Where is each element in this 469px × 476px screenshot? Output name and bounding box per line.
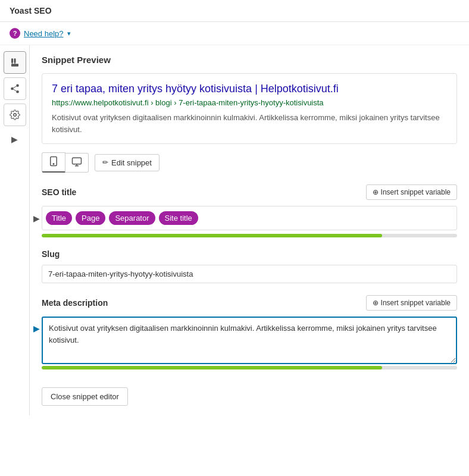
separator-tag[interactable]: Separator	[109, 211, 155, 225]
svg-point-6	[11, 87, 14, 90]
snippet-preview-header: Snippet Preview	[42, 55, 457, 65]
sidebar-share-button[interactable]	[4, 77, 26, 100]
seo-title-tags-row[interactable]: Title Page Separator Site title	[42, 206, 457, 230]
seo-insert-variable-button[interactable]: ⊕ Insert snippet variable	[366, 184, 457, 200]
site-title-tag[interactable]: Site title	[159, 211, 198, 225]
slug-section: Slug	[42, 249, 457, 283]
mobile-preview-button[interactable]	[42, 152, 65, 173]
seo-title-input-wrapper: ▶ Title Page Separator Site title	[42, 206, 457, 230]
seo-title-section: SEO title ⊕ Insert snippet variable ▶ Ti…	[42, 184, 457, 237]
seo-title-header: SEO title ⊕ Insert snippet variable	[42, 184, 457, 200]
plugin-icon	[10, 57, 20, 68]
slug-header: Slug	[42, 249, 457, 259]
svg-point-10	[13, 114, 16, 117]
sidebar: ▶	[0, 45, 30, 415]
chevron-down-icon[interactable]: ▾	[67, 30, 71, 37]
meta-textarea-wrapper: ▶ Kotisivut ovat yrityksen digitaalisen …	[42, 317, 457, 366]
pencil-icon: ✏	[102, 158, 108, 167]
seo-title-label: SEO title	[42, 187, 76, 197]
svg-rect-13	[73, 158, 82, 164]
snippet-url: https://www.helpotkotisivut.fi › blogi ›…	[52, 98, 447, 107]
plus-icon: ⊕	[373, 188, 379, 196]
svg-rect-1	[14, 58, 15, 63]
help-icon[interactable]: ?	[10, 28, 20, 39]
svg-line-8	[13, 89, 16, 91]
mobile-icon	[48, 156, 59, 167]
svg-point-12	[53, 164, 54, 165]
snippet-box: 7 eri tapaa, miten yritys hyötyy kotisiv…	[42, 73, 457, 144]
share-icon	[10, 83, 20, 94]
sidebar-settings-button[interactable]	[4, 104, 26, 126]
seo-title-progress-fill	[42, 234, 382, 237]
close-snippet-editor-button[interactable]: Close snippet editor	[42, 387, 128, 406]
desktop-preview-button[interactable]	[65, 153, 89, 173]
main-content: ▶ Snippet Preview 7 eri tapaa, miten yri…	[0, 45, 469, 415]
title-tag[interactable]: Title	[46, 211, 72, 225]
device-buttons-row: ✏ Edit snippet	[42, 152, 457, 173]
meta-description-progress-fill	[42, 366, 382, 369]
gear-icon	[10, 109, 20, 120]
svg-point-7	[16, 90, 19, 93]
meta-insert-variable-button[interactable]: ⊕ Insert snippet variable	[366, 295, 457, 311]
svg-point-5	[16, 84, 19, 87]
page-tag[interactable]: Page	[76, 211, 105, 225]
slug-input[interactable]	[42, 265, 457, 283]
help-bar: ? Need help? ▾	[0, 22, 469, 45]
svg-rect-2	[11, 64, 18, 67]
meta-description-label: Meta description	[42, 298, 108, 308]
svg-rect-0	[11, 58, 13, 63]
meta-plus-icon: ⊕	[373, 299, 379, 307]
title-arrow-icon: ▶	[33, 214, 40, 223]
snippet-description: Kotisivut ovat yrityksen digitaalisen ma…	[52, 112, 447, 135]
need-help-link[interactable]: Need help?	[24, 29, 64, 38]
slug-label: Slug	[42, 249, 60, 259]
meta-description-progress-container	[42, 366, 457, 369]
app-title: Yoast SEO	[10, 6, 52, 15]
desktop-icon	[71, 156, 82, 167]
meta-description-textarea[interactable]: Kotisivut ovat yrityksen digitaalisen ma…	[42, 317, 457, 364]
top-bar: Yoast SEO	[0, 0, 469, 22]
meta-description-header: Meta description ⊕ Insert snippet variab…	[42, 295, 457, 311]
edit-snippet-button[interactable]: ✏ Edit snippet	[95, 154, 160, 171]
page-wrapper: Yoast SEO ? Need help? ▾	[0, 0, 469, 476]
content-area: Snippet Preview 7 eri tapaa, miten yrity…	[30, 45, 469, 415]
sidebar-plugin-button[interactable]	[4, 51, 26, 74]
meta-description-section: Meta description ⊕ Insert snippet variab…	[42, 295, 457, 369]
svg-line-9	[13, 86, 16, 88]
snippet-title[interactable]: 7 eri tapaa, miten yritys hyötyy kotisiv…	[52, 82, 447, 96]
meta-arrow-icon: ▶	[33, 324, 40, 333]
sidebar-arrow[interactable]: ▶	[11, 134, 18, 144]
seo-title-progress-container	[42, 234, 457, 237]
